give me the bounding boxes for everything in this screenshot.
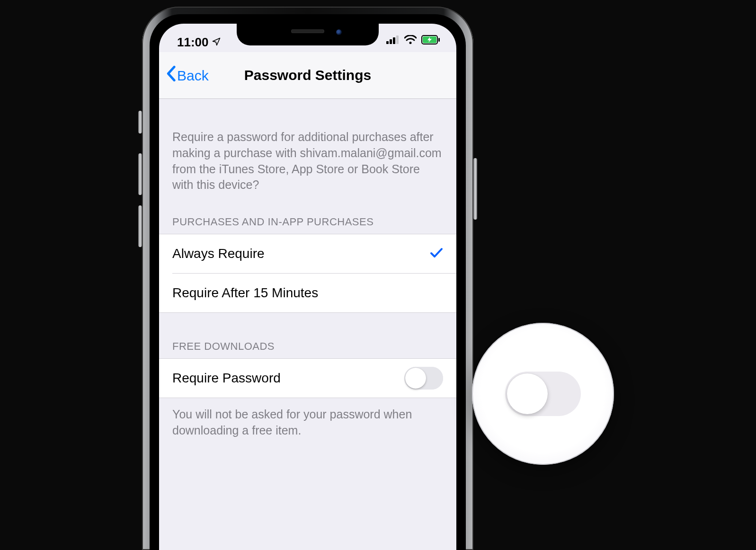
svg-rect-3: [396, 35, 399, 44]
power-button: [473, 158, 477, 220]
chevron-left-icon: [166, 66, 176, 85]
magnified-toggle-off: [505, 372, 581, 416]
purchases-option-group: Always Require Require After 15 Minutes: [159, 234, 456, 313]
toggle-knob: [405, 368, 426, 389]
page-title: Password Settings: [244, 67, 371, 83]
front-camera: [336, 29, 342, 35]
magnified-toggle-knob: [507, 373, 548, 414]
description-text: Require a password for additional purcha…: [159, 99, 456, 203]
back-label: Back: [177, 67, 209, 83]
phone-frame: 11:00: [142, 7, 473, 550]
volume-down-button: [138, 205, 142, 247]
nav-bar: Back Password Settings: [159, 52, 456, 99]
require-password-toggle[interactable]: [404, 367, 443, 390]
back-button[interactable]: Back: [166, 66, 209, 85]
magnifier-callout: [472, 323, 614, 465]
footer-note: You will not be asked for your password …: [159, 398, 456, 458]
option-always-require[interactable]: Always Require: [159, 234, 456, 273]
clock-text: 11:00: [177, 35, 209, 50]
checkmark-icon: [430, 246, 443, 262]
svg-rect-7: [438, 38, 440, 42]
screen: 11:00: [159, 24, 456, 550]
location-icon: [212, 35, 221, 50]
require-password-row[interactable]: Require Password: [159, 359, 456, 398]
option-require-after-15-minutes[interactable]: Require After 15 Minutes: [159, 274, 456, 312]
speaker-grille: [291, 29, 324, 33]
svg-rect-2: [393, 37, 395, 44]
option-label: Always Require: [172, 246, 265, 261]
volume-up-button: [138, 153, 142, 195]
svg-point-4: [409, 42, 412, 44]
group-header-purchases: PURCHASES AND IN-APP PURCHASES: [159, 203, 456, 234]
battery-charging-icon: [421, 35, 440, 44]
toggle-label: Require Password: [172, 371, 281, 386]
wifi-icon: [404, 35, 417, 44]
silence-switch: [138, 111, 142, 133]
svg-rect-0: [386, 41, 389, 44]
svg-rect-1: [390, 39, 392, 44]
group-header-free-downloads: FREE DOWNLOADS: [159, 313, 456, 358]
free-downloads-group: Require Password: [159, 358, 456, 398]
option-label: Require After 15 Minutes: [172, 285, 318, 301]
cellular-signal-icon: [386, 35, 400, 44]
content-area: Require a password for additional purcha…: [159, 99, 456, 458]
notch: [237, 24, 379, 45]
